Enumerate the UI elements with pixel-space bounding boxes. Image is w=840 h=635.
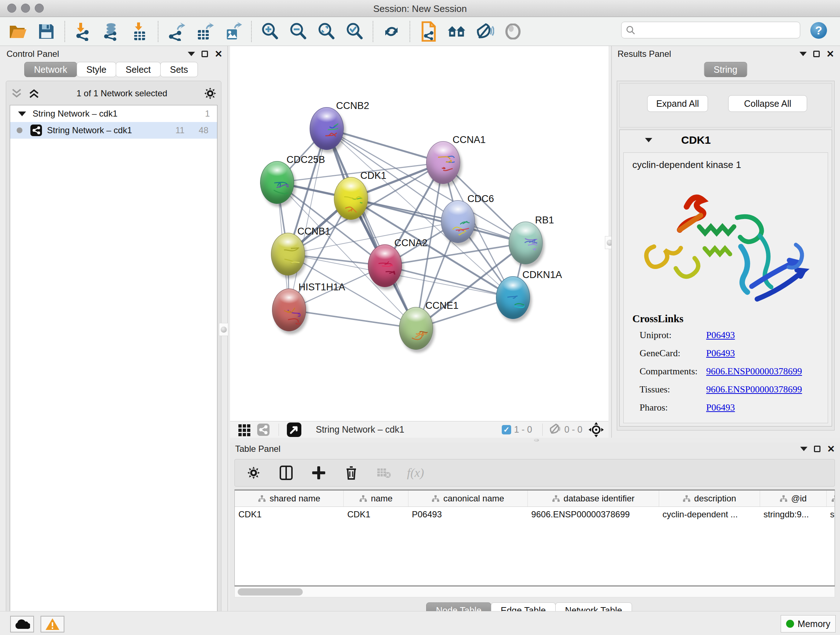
column-type-icon — [359, 495, 367, 502]
zoom-out-icon[interactable] — [289, 22, 308, 41]
tree-expand-caret-icon[interactable] — [18, 111, 26, 116]
table-close-icon[interactable]: ✕ — [827, 446, 835, 452]
import-table-file-icon[interactable] — [130, 22, 149, 41]
zoom-in-icon[interactable] — [261, 22, 279, 41]
left-splitter-grip[interactable] — [219, 323, 228, 336]
tab-network[interactable]: Network — [24, 62, 77, 77]
import-network-file-icon[interactable] — [74, 22, 93, 41]
cloud-button[interactable] — [10, 616, 34, 632]
panel-menu-icon[interactable] — [188, 52, 195, 56]
first-neighbors-icon[interactable] — [447, 22, 466, 41]
section-collapse-caret-icon[interactable] — [645, 138, 652, 142]
node-label: CDC25B — [286, 154, 325, 165]
main-toolbar: ? — [0, 17, 840, 46]
crosslink-link[interactable]: P06493 — [706, 402, 735, 413]
export-network-icon[interactable] — [167, 22, 186, 41]
network-edge[interactable] — [327, 128, 443, 163]
table-menu-icon[interactable] — [800, 447, 807, 451]
table-row[interactable]: CDK1 CDK1 P06493 9606.ENSP00000378699 cy… — [235, 507, 835, 523]
expand-all-button[interactable]: Expand All — [647, 95, 708, 112]
tab-style[interactable]: Style — [77, 62, 117, 77]
panel-close-icon[interactable]: ✕ — [215, 51, 223, 57]
network-node-ccna2[interactable] — [368, 244, 402, 287]
network-edge[interactable] — [289, 310, 416, 328]
network-node-rb1[interactable] — [508, 222, 543, 264]
create-column-plus-icon[interactable] — [309, 463, 328, 482]
open-session-icon[interactable] — [9, 22, 27, 41]
horizontal-splitter[interactable] — [230, 438, 840, 442]
network-node-ccnb1[interactable] — [271, 233, 305, 276]
zoom-selected-icon[interactable] — [345, 22, 364, 41]
network-node-cdkn1a[interactable] — [496, 276, 530, 319]
network-node-cdk1[interactable] — [334, 177, 368, 220]
export-image-icon[interactable] — [224, 22, 242, 41]
network-node-hist1h1a[interactable] — [272, 288, 306, 331]
network-node-cdc6[interactable] — [441, 200, 475, 243]
results-float-icon[interactable] — [813, 51, 820, 57]
table-settings-gear-icon[interactable] — [244, 463, 263, 482]
search-box[interactable] — [621, 22, 800, 38]
cdk1-section-header[interactable]: CDK1 — [620, 130, 832, 150]
collapse-all-icon[interactable] — [11, 88, 23, 99]
protein-structure-thumbnail — [447, 207, 470, 236]
crosslink-link[interactable]: P06493 — [706, 348, 735, 359]
results-close-icon[interactable]: ✕ — [826, 51, 834, 57]
column-type-icon — [258, 495, 266, 502]
network-type-icon — [30, 125, 42, 136]
birdseye-view-icon[interactable] — [285, 420, 303, 439]
refresh-icon[interactable] — [382, 22, 401, 41]
search-input[interactable] — [635, 25, 791, 35]
scrollbar-thumb[interactable] — [238, 588, 303, 595]
network-view-title: String Network – cdk1 — [316, 424, 502, 435]
function-builder-icon: f(x) — [407, 466, 424, 480]
collapse-all-button[interactable]: Collapse All — [728, 95, 807, 112]
network-node-ccnb2[interactable] — [309, 107, 344, 150]
network-options-gear-icon[interactable] — [204, 87, 217, 100]
node-table[interactable]: shared name name canonical name database… — [234, 489, 835, 586]
network-row[interactable]: String Network – cdk1 11 48 — [10, 122, 217, 139]
export-table-icon[interactable] — [195, 22, 214, 41]
import-network-database-icon[interactable] — [102, 22, 121, 41]
grid-view-icon[interactable] — [235, 420, 254, 439]
network-edge[interactable] — [351, 198, 526, 243]
table-float-icon[interactable] — [814, 446, 821, 452]
delete-column-trash-icon[interactable] — [342, 463, 361, 482]
save-session-icon[interactable] — [37, 22, 56, 41]
expand-all-icon[interactable] — [28, 88, 40, 99]
hide-selected-icon[interactable] — [475, 22, 494, 41]
crosslink-link[interactable]: P06493 — [706, 330, 735, 340]
network-label: String Network – cdk1 — [47, 125, 132, 135]
results-menu-icon[interactable] — [799, 52, 807, 56]
network-node-ccna1[interactable] — [426, 141, 460, 184]
zoom-fit-icon[interactable] — [317, 22, 336, 41]
network-collection-row[interactable]: String Network – cdk1 1 — [10, 105, 217, 122]
crosslink-link[interactable]: 9606.ENSP00000378699 — [706, 384, 802, 395]
protein-structure-thumbnail — [431, 148, 455, 177]
crosslink-link[interactable]: 9606.ENSP00000378699 — [706, 366, 802, 377]
fit-content-crosshair-icon[interactable] — [587, 420, 606, 439]
crosslink-label: GeneCard: — [639, 348, 706, 359]
warnings-button[interactable] — [41, 616, 65, 632]
network-node-cdc25b[interactable] — [260, 161, 294, 204]
show-columns-icon[interactable] — [277, 463, 295, 482]
selected-checkbox-icon[interactable]: ✓ — [502, 425, 511, 434]
tab-select[interactable]: Select — [116, 62, 160, 77]
network-view-toolbar: String Network – cdk1 ✓ 1 - 0 0 - 0 — [230, 421, 608, 438]
table-header-row[interactable]: shared name name canonical name database… — [235, 491, 835, 507]
tab-string[interactable]: String — [704, 62, 747, 77]
splitter-grip-icon[interactable] — [534, 439, 539, 442]
tab-sets[interactable]: Sets — [160, 62, 198, 77]
network-canvas[interactable]: CCNB2CCNA1CDC25BCDK1CDC6RB1CCNB1CCNA2CDK… — [230, 46, 608, 421]
network-view-icon[interactable] — [254, 420, 273, 439]
network-edge[interactable] — [327, 128, 416, 328]
share-file-icon[interactable] — [419, 22, 438, 41]
memory-button[interactable]: Memory — [781, 615, 836, 632]
network-node-ccne1[interactable] — [399, 307, 433, 350]
help-button[interactable]: ? — [810, 22, 827, 39]
show-all-icon[interactable] — [504, 22, 523, 41]
column-type-icon — [780, 495, 788, 502]
panel-float-icon[interactable] — [202, 51, 208, 57]
protein-structure-thumbnail — [404, 314, 428, 343]
protein-description: cyclin-dependent kinase 1 — [624, 153, 828, 171]
table-horizontal-scrollbar[interactable] — [234, 586, 835, 597]
